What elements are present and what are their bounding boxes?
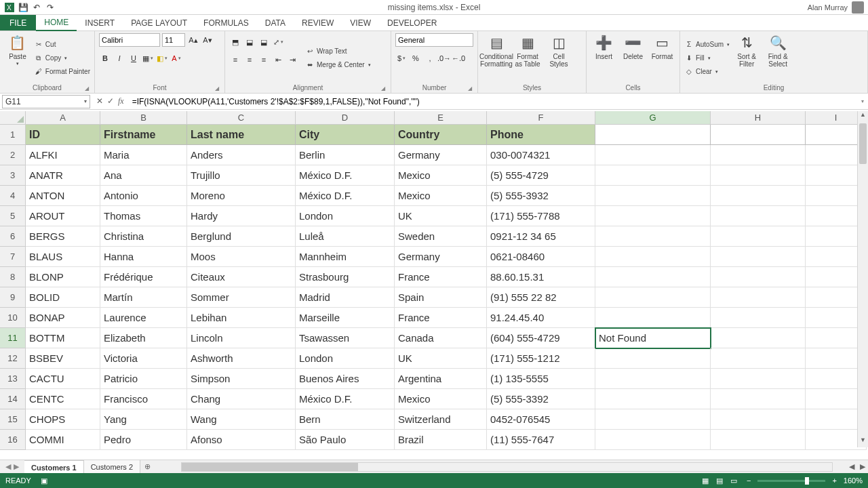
cell[interactable]: México D.F. xyxy=(296,389,395,409)
cell[interactable]: France xyxy=(395,267,487,287)
align-bottom-icon[interactable]: ⬓ xyxy=(258,36,270,48)
column-header[interactable]: G xyxy=(595,111,711,125)
cell[interactable]: Ashworth xyxy=(187,348,296,369)
row-header[interactable]: 7 xyxy=(0,247,26,267)
cell[interactable] xyxy=(711,267,806,287)
cell[interactable]: Mannheim xyxy=(296,247,395,267)
cell[interactable] xyxy=(595,409,711,430)
cell[interactable]: Thomas xyxy=(100,206,187,226)
cell[interactable] xyxy=(711,430,806,450)
cell[interactable]: CHOPS xyxy=(26,409,100,430)
row-header[interactable]: 11 xyxy=(0,328,26,348)
increase-font-icon[interactable]: A▴ xyxy=(187,34,199,46)
cell[interactable]: Germany xyxy=(395,247,487,267)
formula-bar-input[interactable] xyxy=(128,95,857,108)
row-header[interactable]: 8 xyxy=(0,267,26,287)
row-header[interactable]: 4 xyxy=(0,186,26,206)
cell[interactable]: Berlin xyxy=(296,145,395,165)
cell[interactable] xyxy=(711,287,806,308)
normal-view-icon[interactable]: ▦ xyxy=(699,476,711,485)
column-header[interactable]: F xyxy=(487,111,595,125)
cell[interactable]: Bern xyxy=(296,409,395,430)
row-header[interactable]: 15 xyxy=(0,409,26,430)
cell[interactable]: London xyxy=(296,206,395,226)
cell[interactable]: Tsawassen xyxy=(296,328,395,348)
row-header[interactable]: 1 xyxy=(0,125,26,145)
cell[interactable] xyxy=(711,369,806,389)
insert-cells-button[interactable]: ➕Insert xyxy=(591,33,617,83)
fill-button[interactable]: ⬇Fill▾ xyxy=(684,52,730,64)
row-header[interactable]: 16 xyxy=(0,430,26,450)
cell[interactable]: Lincoln xyxy=(187,328,296,348)
cell[interactable]: Sweden xyxy=(395,226,487,247)
cell[interactable]: Luleå xyxy=(296,226,395,247)
cell[interactable] xyxy=(595,287,711,308)
tab-insert[interactable]: INSERT xyxy=(77,15,123,30)
cell[interactable]: ANTON xyxy=(26,186,100,206)
cell[interactable]: 0621-08460 xyxy=(487,247,595,267)
cell[interactable]: Christina xyxy=(100,226,187,247)
cell[interactable]: UK xyxy=(395,348,487,369)
font-color-button[interactable]: A xyxy=(170,52,182,64)
cell[interactable]: Strasbourg xyxy=(296,267,395,287)
cell[interactable]: Antonio xyxy=(100,186,187,206)
border-button[interactable]: ▦ xyxy=(142,52,154,64)
cell[interactable] xyxy=(711,206,806,226)
cell[interactable] xyxy=(711,165,806,186)
cell[interactable] xyxy=(595,267,711,287)
zoom-in-icon[interactable]: + xyxy=(832,476,836,485)
cell[interactable]: BONAP xyxy=(26,308,100,328)
currency-button[interactable]: $ xyxy=(395,52,408,64)
delete-cells-button[interactable]: ➖Delete xyxy=(620,33,646,83)
paste-button[interactable]: 📋 Paste ▾ xyxy=(4,33,31,83)
cell[interactable]: Brazil xyxy=(395,430,487,450)
italic-button[interactable]: I xyxy=(113,52,125,64)
cell[interactable]: ANATR xyxy=(26,165,100,186)
cell[interactable] xyxy=(711,308,806,328)
cell[interactable]: ALFKI xyxy=(26,145,100,165)
tab-file[interactable]: FILE xyxy=(0,15,36,30)
row-header[interactable]: 2 xyxy=(0,145,26,165)
tab-data[interactable]: DATA xyxy=(257,15,294,30)
cell[interactable]: Mexico xyxy=(395,165,487,186)
row-header[interactable]: 12 xyxy=(0,348,26,369)
cell[interactable]: México D.F. xyxy=(296,165,395,186)
cell[interactable]: Yang xyxy=(100,409,187,430)
cell[interactable]: UK xyxy=(395,206,487,226)
cell[interactable]: London xyxy=(296,348,395,369)
cell[interactable]: Mexico xyxy=(395,389,487,409)
tab-home[interactable]: HOME xyxy=(36,15,77,31)
cell[interactable] xyxy=(595,226,711,247)
format-as-table-button[interactable]: ▦Format as Table xyxy=(513,33,542,83)
cell[interactable]: BERGS xyxy=(26,226,100,247)
cell[interactable]: Hanna xyxy=(100,247,187,267)
fx-icon[interactable]: fx xyxy=(118,96,124,106)
cell[interactable] xyxy=(711,389,806,409)
cell[interactable]: (5) 555-3932 xyxy=(487,186,595,206)
tab-formulas[interactable]: FORMULAS xyxy=(195,15,257,30)
select-all-corner[interactable] xyxy=(0,111,26,125)
cell[interactable]: (171) 555-1212 xyxy=(487,348,595,369)
tab-developer[interactable]: DEVELOPER xyxy=(379,15,445,30)
column-header[interactable]: C xyxy=(187,111,296,125)
bold-button[interactable]: B xyxy=(99,52,111,64)
cell[interactable]: 88.60.15.31 xyxy=(487,267,595,287)
row-header[interactable]: 14 xyxy=(0,389,26,409)
cell[interactable]: City xyxy=(296,125,395,145)
cell[interactable]: Martín xyxy=(100,287,187,308)
zoom-out-icon[interactable]: − xyxy=(747,476,751,485)
cell[interactable] xyxy=(595,247,711,267)
row-header[interactable]: 9 xyxy=(0,287,26,308)
cell[interactable]: Moreno xyxy=(187,186,296,206)
cell[interactable]: BOLID xyxy=(26,287,100,308)
scroll-left-icon[interactable]: ◀ xyxy=(846,462,857,471)
cell[interactable]: 0452-076545 xyxy=(487,409,595,430)
launcher-icon[interactable]: ◢ xyxy=(381,85,385,92)
merge-center-button[interactable]: ⬌Merge & Center▾ xyxy=(305,59,371,71)
cell[interactable]: (91) 555 22 82 xyxy=(487,287,595,308)
tab-page-layout[interactable]: PAGE LAYOUT xyxy=(123,15,195,30)
cell[interactable]: BLONP xyxy=(26,267,100,287)
scroll-down-icon[interactable]: ▼ xyxy=(858,436,868,447)
increase-decimal-icon[interactable]: .0→ xyxy=(438,52,450,64)
tab-view[interactable]: VIEW xyxy=(342,15,379,30)
